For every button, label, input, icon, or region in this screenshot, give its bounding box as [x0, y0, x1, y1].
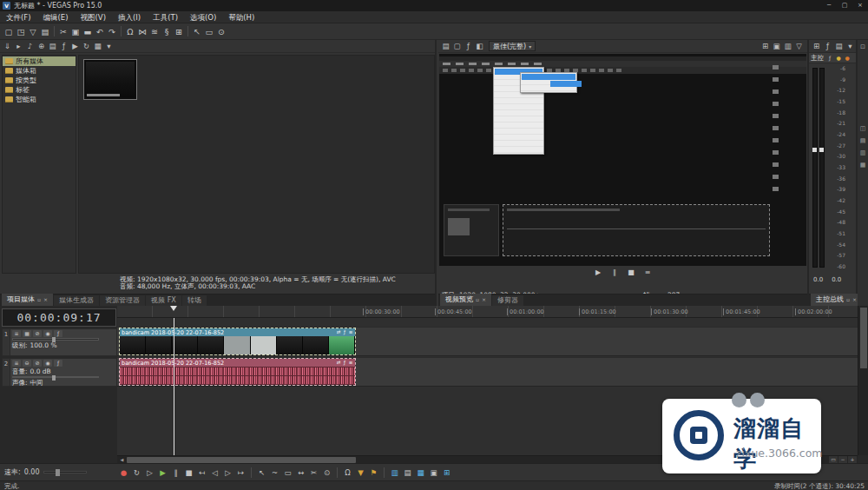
menu-item-4[interactable]: 工具(T) — [147, 11, 184, 23]
media-bin-2[interactable]: 按类型 — [3, 76, 76, 85]
selection-edit-tool-icon[interactable]: ▭ — [282, 467, 293, 479]
capture-video-icon[interactable]: ▸ — [14, 41, 23, 52]
mixer-views-icon[interactable]: ▾ — [845, 41, 855, 52]
project-media-tab-3[interactable]: 视频 FX — [146, 295, 181, 306]
zoom-in-icon[interactable]: + — [848, 456, 857, 463]
insert-marker-icon[interactable]: ▼ — [355, 467, 366, 479]
media-properties-icon[interactable]: ▦ — [93, 41, 102, 52]
clip-fx-icon[interactable]: ƒ — [342, 360, 347, 366]
mute-icon[interactable]: ⊘ — [33, 330, 42, 337]
float-window-icon[interactable]: ▫ — [846, 294, 850, 306]
float-window-icon[interactable]: ▫ — [476, 294, 479, 306]
video-scopes-icon[interactable]: ▤ — [402, 467, 413, 479]
stop-icon[interactable]: ■ — [183, 467, 194, 479]
zoom-fit-icon[interactable]: ▭ — [829, 456, 838, 463]
media-list[interactable] — [78, 55, 435, 274]
auto-preview-icon[interactable]: ▶ — [70, 41, 80, 52]
scroll-left-icon[interactable]: ◀ — [118, 456, 126, 463]
minimize-button[interactable]: ─ — [821, 0, 837, 11]
bypass-motion-blur-icon[interactable]: ▦ — [23, 330, 31, 337]
master-bus-icon[interactable]: ▦ — [415, 467, 426, 479]
v-scrollbar-thumb[interactable] — [860, 308, 867, 368]
audio-volume-slider[interactable] — [12, 376, 99, 378]
float-window-icon[interactable]: ▫ — [37, 294, 41, 306]
track-fx-icon[interactable]: ƒ — [54, 330, 62, 337]
mixer-properties-icon[interactable]: ▤ — [834, 41, 844, 52]
maximize-button[interactable]: ▢ — [837, 0, 852, 11]
project-properties-icon[interactable]: ▤ — [39, 25, 51, 38]
lock-envelopes-icon[interactable]: § — [161, 25, 173, 38]
go-to-end-icon[interactable]: ↦ — [235, 467, 247, 479]
playhead-marker[interactable] — [170, 306, 177, 311]
video-output-fx-icon[interactable]: ƒ — [464, 41, 473, 52]
mute-icon[interactable]: ⊘ — [33, 360, 42, 367]
split-event-icon[interactable]: ✂ — [308, 467, 319, 479]
solo-icon[interactable]: ◉ — [43, 330, 52, 337]
h-scrollbar-thumb[interactable] — [127, 457, 356, 463]
menu-item-1[interactable]: 编辑(E) — [37, 11, 75, 23]
invert-phase-icon[interactable]: ⊖ — [23, 360, 31, 367]
project-video-properties-icon[interactable]: ▤ — [441, 41, 450, 52]
menu-item-3[interactable]: 插入(I) — [112, 11, 147, 23]
auto-crossfade-icon[interactable]: ⋈ — [136, 25, 148, 38]
open-project-icon[interactable]: ◳ — [15, 25, 27, 38]
dock-window-icon-3[interactable]: ▥ — [858, 149, 867, 157]
save-project-icon[interactable]: ▽ — [27, 25, 39, 38]
vertical-scrollbar[interactable] — [858, 306, 868, 455]
clip-fx-icon[interactable]: ƒ — [342, 329, 347, 335]
zoom-out-icon[interactable]: − — [838, 456, 847, 463]
snapping-icon[interactable]: Ω — [342, 467, 353, 479]
envelope-edit-tool-icon[interactable]: ~ — [269, 467, 280, 479]
get-media-from-web-icon[interactable]: ⊕ — [36, 41, 46, 52]
views-icon[interactable]: ▾ — [104, 41, 114, 52]
dock-window-icon-1[interactable]: ◫ — [858, 125, 867, 133]
selection-edit-tool-icon[interactable]: ▭ — [203, 25, 215, 38]
external-monitor-icon[interactable]: ▢ — [452, 41, 462, 52]
playhead-line[interactable] — [174, 318, 174, 455]
preview-pause-icon[interactable]: ∥ — [609, 268, 620, 276]
preview-stop-icon[interactable]: ■ — [626, 268, 636, 276]
new-bin-icon[interactable]: ▤ — [48, 41, 57, 52]
redo-icon[interactable]: ↷ — [106, 25, 118, 38]
master-mute-icon[interactable]: ● — [835, 54, 842, 62]
copy-icon[interactable]: ▣ — [69, 25, 82, 38]
project-media-tab-1[interactable]: 媒体生成器 — [54, 295, 99, 306]
menu-item-5[interactable]: 选项(O) — [184, 11, 222, 23]
close-button[interactable]: × — [852, 0, 868, 11]
insert-bus-icon[interactable]: ⊞ — [812, 41, 821, 52]
audio-clip[interactable]: bandicam 2018-05-20 22-07-16-852 ⇄ƒ≡ — [119, 358, 356, 386]
loop-playback-icon[interactable]: ↻ — [131, 467, 142, 479]
save-snapshot-icon[interactable]: ▽ — [794, 41, 804, 52]
media-bin-0[interactable]: 所有媒体 — [3, 56, 76, 66]
project-media-tab-4[interactable]: 转场 — [182, 295, 207, 306]
dock-window-icon-4[interactable]: ▦ — [858, 162, 867, 169]
insert-region-icon[interactable]: ⚑ — [368, 467, 379, 479]
extract-audio-icon[interactable]: ♪ — [25, 41, 35, 52]
zoom-edit-tool-icon[interactable]: ⊙ — [321, 467, 332, 479]
video-level-slider[interactable] — [12, 338, 99, 341]
track-fx-icon[interactable]: ƒ — [54, 360, 62, 367]
media-bin-4[interactable]: 智能箱 — [3, 95, 76, 104]
split-screen-view-icon[interactable]: ◧ — [475, 41, 484, 52]
dock-window-icon-2[interactable]: ▤ — [858, 137, 867, 145]
auto-ripple-icon[interactable]: ≋ — [148, 25, 161, 38]
track-menu-icon[interactable]: ≡ — [12, 330, 21, 337]
close-icon[interactable]: × — [852, 294, 857, 306]
slip-tool-icon[interactable]: ↔ — [295, 467, 306, 479]
go-to-start-icon[interactable]: ↤ — [196, 467, 207, 479]
device-explorer-icon[interactable]: ▣ — [428, 467, 439, 479]
safe-areas-icon[interactable]: ▣ — [772, 41, 781, 52]
rate-slider-handle[interactable] — [56, 469, 60, 476]
media-fx-icon[interactable]: ƒ — [59, 41, 69, 52]
new-project-icon[interactable]: ▢ — [3, 25, 15, 38]
mixer-console-icon[interactable]: ▥ — [389, 467, 400, 479]
menu-item-2[interactable]: 视图(V) — [75, 11, 112, 23]
media-bin-1[interactable]: 媒体箱 — [3, 66, 76, 76]
zoom-edit-tool-icon[interactable]: ⊙ — [215, 25, 227, 38]
project-media-tab-0[interactable]: 项目媒体▫× — [2, 294, 53, 306]
preview-play-icon[interactable]: ▶ — [593, 268, 603, 276]
master-dim-icon[interactable]: ● — [844, 54, 851, 62]
media-bin-3[interactable]: 标签 — [3, 85, 76, 95]
solo-icon[interactable]: ◉ — [43, 360, 52, 367]
menu-item-6[interactable]: 帮助(H) — [222, 11, 260, 23]
